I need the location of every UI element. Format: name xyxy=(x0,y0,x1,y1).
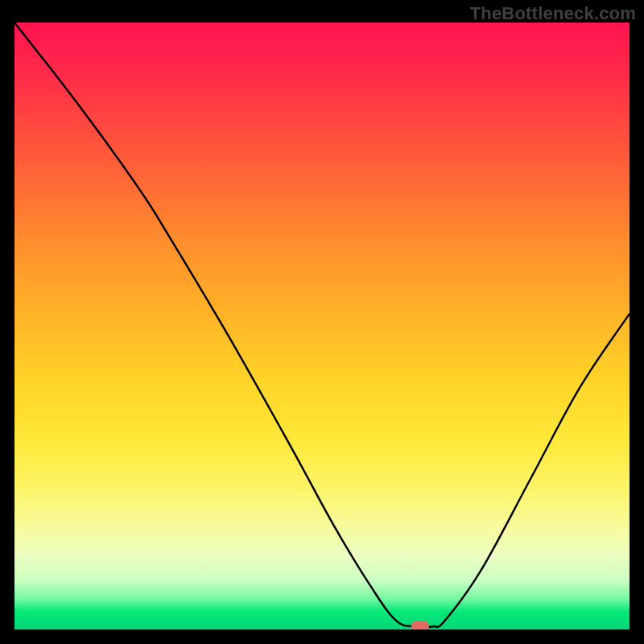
chart-frame: TheBottleneck.com xyxy=(0,0,644,644)
minimum-marker xyxy=(411,621,429,630)
watermark-text: TheBottleneck.com xyxy=(470,3,636,24)
bottleneck-curve xyxy=(14,23,630,630)
plot-area xyxy=(14,23,630,630)
